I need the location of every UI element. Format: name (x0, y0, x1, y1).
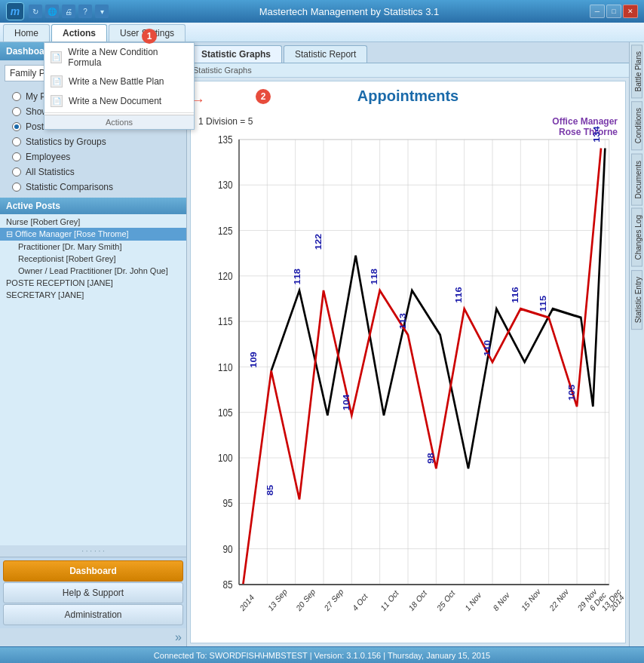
toolbar-icons: ↻ 🌐 🖨 ? ▾ (29, 5, 109, 18)
status-text: Connected To: SWORDFISH\HMBSTEST | Versi… (154, 651, 490, 660)
main-tab-bar: Statistic Graphs Statistic Report (187, 42, 629, 63)
post-poste-reception[interactable]: POSTE RECEPTION [JANE] (0, 277, 186, 289)
dropdown-divider (44, 112, 194, 113)
post-secretary-jane[interactable]: SECRETARY [JANE] (0, 289, 186, 301)
svg-text:95: 95 (222, 497, 232, 509)
svg-text:104: 104 (342, 394, 351, 410)
svg-text:1 Nov: 1 Nov (464, 589, 483, 612)
maximize-button[interactable]: □ (606, 5, 621, 18)
new-condition-label: Write a New Condition Formula (68, 47, 188, 68)
chart-area: Appointments 1 Division = 5 Office Manag… (190, 81, 626, 643)
tab-content-header: Statistic Graphs (187, 63, 629, 78)
globe-icon[interactable]: 🌐 (45, 5, 59, 18)
svg-text:125: 125 (218, 225, 233, 237)
svg-text:118: 118 (370, 269, 379, 285)
right-panel: Statistic Graphs Statistic Report Statis… (187, 42, 629, 646)
radio-stats-groups (12, 137, 21, 146)
side-tab-changes-log[interactable]: Changes Log (631, 208, 642, 267)
radio-junior-posts (12, 107, 21, 116)
svg-text:110: 110 (483, 339, 492, 356)
svg-text:98: 98 (426, 453, 435, 464)
administration-button[interactable]: Administration (3, 604, 183, 625)
window-controls: ─ □ ✕ (590, 5, 638, 18)
side-tab-conditions[interactable]: Conditions (631, 101, 642, 150)
tab-statistic-graphs[interactable]: Statistic Graphs (190, 45, 282, 63)
svg-text:120: 120 (218, 270, 233, 282)
svg-text:116: 116 (511, 287, 520, 303)
svg-text:113: 113 (398, 313, 407, 330)
active-posts-header: Active Posts (0, 198, 186, 214)
right-side-tabs: Battle Plans Conditions Documents Change… (629, 42, 644, 646)
posts-list: Nurse [Robert Grey] ⊟ Office Manager [Ro… (0, 214, 186, 545)
status-bar: Connected To: SWORDFISH\HMBSTEST | Versi… (0, 646, 644, 663)
new-battle-plan-item[interactable]: 📄 Write a New Battle Plan (44, 72, 194, 91)
svg-text:100: 100 (218, 452, 233, 464)
svg-rect-0 (239, 140, 609, 585)
dropdown-section-label: Actions (44, 115, 194, 129)
post-practitioner-mary[interactable]: Practitioner [Dr. Mary Smith] (0, 241, 186, 253)
post-office-manager[interactable]: ⊟ Office Manager [Rose Throme] (0, 228, 186, 241)
actions-dropdown: 📄 Write a New Condition Formula 2 ← 📄 Wr… (44, 42, 195, 130)
radio-my-posts (12, 92, 21, 101)
svg-text:13 Sep: 13 Sep (266, 586, 288, 612)
app-logo: m (6, 2, 24, 20)
svg-text:15 Nov: 15 Nov (520, 586, 542, 613)
main-area: Dashboard 📌 Family Practice ▾ My Posts O… (0, 42, 644, 646)
bottom-nav: Dashboard Help & Support Administration (0, 557, 186, 628)
help-support-button[interactable]: Help & Support (3, 582, 183, 603)
new-document-label: Write a New Document (69, 96, 161, 106)
svg-text:2014: 2014 (238, 592, 256, 612)
chart-svg: 135 130 125 120 115 110 105 100 95 90 85… (191, 81, 625, 643)
svg-text:115: 115 (218, 315, 233, 327)
new-condition-item[interactable]: 📄 Write a New Condition Formula (44, 43, 194, 72)
minimize-button[interactable]: ─ (590, 5, 605, 18)
svg-text:27 Sep: 27 Sep (323, 586, 345, 612)
radio-employees (12, 152, 21, 161)
radio-posts (12, 122, 21, 131)
tab-actions[interactable]: Actions (51, 24, 107, 41)
new-battle-plan-label: Write a New Battle Plan (69, 76, 164, 87)
svg-text:18 Oct: 18 Oct (407, 588, 428, 612)
svg-text:109: 109 (250, 351, 259, 368)
close-button[interactable]: ✕ (623, 5, 638, 18)
nav-stats-groups[interactable]: Statistics by Groups (0, 134, 186, 149)
active-posts-section: Active Posts Nurse [Robert Grey] ⊟ Offic… (0, 198, 186, 545)
dropdown-arrow-icon[interactable]: ▾ (95, 5, 109, 18)
annotation-2: 2 (256, 89, 271, 104)
svg-text:122: 122 (314, 233, 323, 250)
svg-text:116: 116 (455, 287, 464, 303)
svg-text:11 Oct: 11 Oct (379, 588, 400, 612)
svg-text:110: 110 (218, 361, 233, 373)
title-bar-left: m ↻ 🌐 🖨 ? ▾ (6, 2, 109, 20)
collapse-button[interactable]: » (0, 628, 186, 646)
tab-home[interactable]: Home (3, 24, 50, 41)
svg-text:135: 135 (218, 134, 233, 146)
help-icon[interactable]: ? (78, 5, 92, 18)
new-document-item[interactable]: 📄 Write a New Document (44, 91, 194, 111)
printer-icon[interactable]: 🖨 (62, 5, 75, 18)
dashboard-button[interactable]: Dashboard (3, 560, 183, 582)
svg-text:90: 90 (222, 543, 232, 555)
side-tab-statistic-entry[interactable]: Statistic Entry (631, 270, 642, 330)
svg-text:85: 85 (265, 484, 274, 496)
nav-employees[interactable]: Employees (0, 149, 186, 164)
tab-statistic-report[interactable]: Statistic Report (284, 45, 367, 63)
svg-text:22 Nov: 22 Nov (548, 586, 571, 613)
window-title: Mastertech Management by Statistics 3.1 (259, 6, 439, 17)
post-receptionist-robert[interactable]: Receptionist [Robert Grey] (0, 253, 186, 265)
post-owner-john[interactable]: Owner / Lead Practitioner [Dr. John Que] (0, 265, 186, 277)
svg-text:105: 105 (567, 384, 576, 401)
condition-icon: 📄 (51, 51, 62, 63)
menu-bar: Home Actions User Settings 1 (0, 23, 644, 42)
svg-text:25 Oct: 25 Oct (435, 588, 456, 612)
refresh-icon[interactable]: ↻ (29, 5, 42, 18)
post-nurse-robert[interactable]: Nurse [Robert Grey] (0, 216, 186, 228)
nav-all-statistics[interactable]: All Statistics (0, 164, 186, 180)
side-tab-documents[interactable]: Documents (631, 154, 642, 206)
annotation-1: 1 (142, 29, 157, 44)
sidebar: Dashboard 📌 Family Practice ▾ My Posts O… (0, 42, 187, 646)
nav-stat-comparisons[interactable]: Statistic Comparisons (0, 180, 186, 195)
side-tab-battle-plans[interactable]: Battle Plans (631, 45, 642, 98)
radio-stat-comparisons (12, 183, 21, 192)
document-icon: 📄 (51, 95, 63, 107)
